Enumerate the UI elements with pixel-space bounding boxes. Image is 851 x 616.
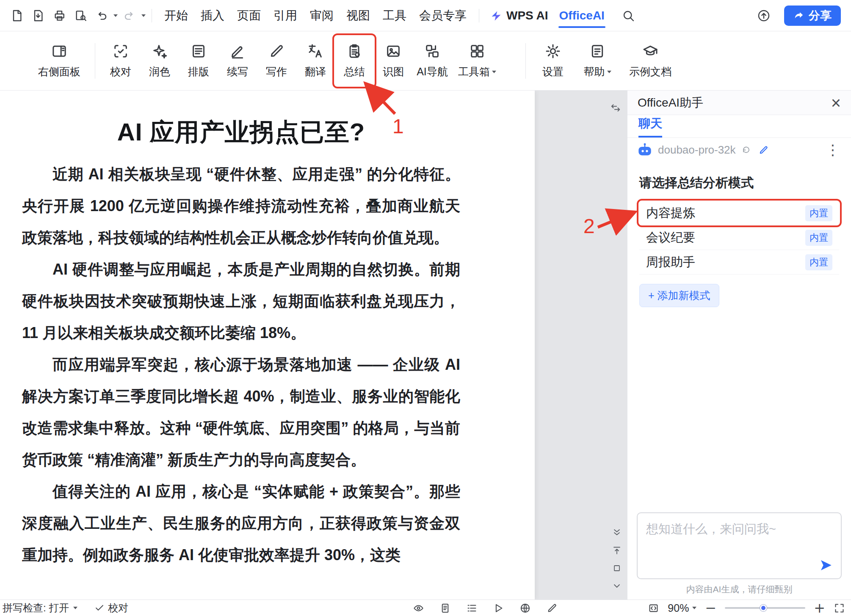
zoom-level[interactable]: 90% bbox=[668, 602, 696, 614]
panel-right-icon bbox=[51, 43, 68, 60]
model-name[interactable]: doubao-pro-32k bbox=[658, 143, 736, 157]
ribbon-sample-docs-button[interactable]: 示例文档 bbox=[621, 36, 680, 86]
tab-wps-ai[interactable]: WPS AI bbox=[485, 9, 553, 22]
menu-review[interactable]: 审阅 bbox=[304, 0, 340, 31]
ribbon-separator bbox=[95, 43, 95, 79]
tab-chat-active[interactable]: 聊天 bbox=[638, 116, 662, 138]
save-icon[interactable] bbox=[8, 6, 26, 25]
image-recognition-icon bbox=[385, 43, 402, 60]
ribbon-summarize-button[interactable]: 总结 1 bbox=[335, 36, 374, 86]
page-view-icon[interactable] bbox=[439, 602, 451, 614]
mode-item-weekly-report[interactable]: 周报助手 内置 bbox=[639, 250, 839, 275]
fullscreen-icon[interactable] bbox=[834, 602, 845, 614]
ribbon-continue-writing-button[interactable]: 续写 bbox=[218, 36, 257, 86]
chevron-down-icon[interactable] bbox=[612, 581, 623, 592]
square-stop-icon[interactable] bbox=[612, 563, 623, 574]
double-chevron-down-icon[interactable] bbox=[612, 528, 623, 539]
more-options-icon[interactable]: ⋮ bbox=[824, 143, 842, 157]
robot-icon bbox=[637, 143, 653, 157]
annotation-box-1 bbox=[332, 33, 376, 88]
upload-cloud-icon[interactable] bbox=[754, 6, 773, 25]
outline-view-icon[interactable] bbox=[466, 602, 478, 614]
reading-eye-icon[interactable] bbox=[413, 602, 424, 614]
menu-view[interactable]: 视图 bbox=[340, 0, 376, 31]
document-paragraph[interactable]: 而应用端异军突起，核心源于场景落地加速 —— 企业级 AI 解决方案订单三季度同… bbox=[22, 349, 460, 476]
undo-icon[interactable] bbox=[92, 6, 111, 25]
mode-item-content-refine[interactable]: 内容提炼 内置 2 bbox=[639, 201, 839, 226]
zoom-out-button[interactable]: − bbox=[705, 601, 716, 615]
ribbon-writing-button[interactable]: 写作 bbox=[257, 36, 296, 86]
collapse-panel-icon[interactable] bbox=[609, 102, 622, 114]
document-paragraph[interactable]: 近期 AI 相关板块呈现 “硬件休整、应用走强” 的分化特征。央行开展 1200… bbox=[22, 158, 460, 253]
menu-reference[interactable]: 引用 bbox=[267, 0, 304, 31]
edit-icon[interactable] bbox=[758, 144, 770, 156]
menu-page[interactable]: 页面 bbox=[231, 0, 267, 31]
ribbon-toolbox-button[interactable]: 工具箱 bbox=[452, 36, 503, 86]
tab-officeai-active[interactable]: OfficeAI bbox=[553, 0, 611, 31]
quick-access-toolbar bbox=[8, 6, 146, 25]
mode-label: 周报助手 bbox=[646, 254, 695, 271]
menu-insert[interactable]: 插入 bbox=[194, 0, 231, 31]
fit-page-icon[interactable] bbox=[648, 602, 659, 614]
summary-mode-list: 内容提炼 内置 2 会议纪要 内置 周报助手 内置 bbox=[639, 201, 839, 275]
play-slideshow-icon[interactable] bbox=[493, 602, 504, 614]
ribbon-proofread-button[interactable]: 校对 bbox=[101, 36, 140, 86]
export-pdf-icon[interactable] bbox=[29, 6, 47, 25]
zoom-slider-thumb[interactable] bbox=[760, 605, 767, 611]
ribbon-separator bbox=[525, 43, 526, 79]
ribbon-ai-navigation-button[interactable]: AI导航 bbox=[413, 36, 452, 86]
proofread-check-icon bbox=[94, 603, 105, 613]
web-view-icon[interactable] bbox=[519, 602, 531, 614]
chevron-down-icon bbox=[692, 607, 696, 609]
wps-ai-logo-icon bbox=[490, 10, 502, 22]
print-preview-icon[interactable] bbox=[71, 6, 90, 25]
send-icon[interactable] bbox=[819, 558, 834, 573]
document-paragraph[interactable]: 值得关注的 AI 应用，核心是 “实体赋能 + 政策契合”。那些深度融入工业生产… bbox=[22, 476, 460, 571]
close-icon[interactable]: × bbox=[831, 94, 841, 111]
zoom-slider[interactable] bbox=[725, 607, 805, 609]
proofread-icon bbox=[112, 43, 129, 60]
arrow-up-from-line-icon[interactable] bbox=[612, 545, 623, 556]
more-tools-dropdown-icon[interactable] bbox=[141, 14, 146, 17]
search-icon[interactable] bbox=[619, 6, 638, 25]
redo-icon[interactable] bbox=[120, 6, 139, 25]
menu-start[interactable]: 开始 bbox=[158, 0, 194, 31]
document-paragraph[interactable]: AI 硬件调整与应用崛起，本质是产业周期的自然切换。前期硬件板块因技术突破预期快… bbox=[22, 253, 460, 349]
officeai-ribbon: 右侧面板 校对 润色 排版 续写 写作 bbox=[0, 31, 851, 91]
summarize-icon bbox=[346, 43, 363, 60]
share-button[interactable]: 分享 bbox=[784, 6, 841, 26]
ribbon-settings-button[interactable]: 设置 bbox=[532, 36, 574, 86]
zoom-in-button[interactable]: + bbox=[814, 601, 825, 615]
mode-prompt-text: 请选择总结分析模式 bbox=[639, 174, 839, 192]
document-title[interactable]: AI 应用产业拐点已至? bbox=[22, 116, 460, 149]
menubar: 开始 插入 页面 引用 审阅 视图 工具 会员专享 WPS AI OfficeA… bbox=[0, 0, 851, 31]
proofread-status[interactable]: 校对 bbox=[94, 601, 128, 615]
officeai-assistant-panel: OfficeAI助手 × 聊天 doubao-pro-32k ⋮ bbox=[627, 91, 851, 600]
pen-tool-icon[interactable] bbox=[546, 602, 558, 614]
document-page[interactable]: AI 应用产业拐点已至? 近期 AI 相关板块呈现 “硬件休整、应用走强” 的分… bbox=[0, 91, 535, 600]
ribbon-help-button[interactable]: 帮助 bbox=[574, 36, 621, 86]
ribbon-polish-button[interactable]: 润色 bbox=[140, 36, 179, 86]
statusbar: 拼写检查: 打开 校对 bbox=[0, 600, 851, 616]
ribbon-typeset-button[interactable]: 排版 bbox=[179, 36, 218, 86]
panel-tabs: 聊天 bbox=[627, 115, 851, 138]
menu-tools[interactable]: 工具 bbox=[376, 0, 413, 31]
typeset-icon bbox=[190, 43, 207, 60]
ribbon-image-recognition-button[interactable]: 识图 bbox=[374, 36, 413, 86]
undo-dropdown-icon[interactable] bbox=[113, 14, 118, 17]
print-icon[interactable] bbox=[50, 6, 69, 25]
switch-model-icon[interactable] bbox=[741, 145, 751, 155]
spellcheck-toggle[interactable]: 拼写检查: 打开 bbox=[3, 601, 77, 615]
page-nav-stack bbox=[612, 528, 623, 592]
chat-input[interactable] bbox=[638, 513, 841, 578]
builtin-badge: 内置 bbox=[805, 230, 832, 246]
builtin-badge: 内置 bbox=[805, 254, 832, 270]
model-selector-row: doubao-pro-32k ⋮ bbox=[627, 138, 851, 162]
add-new-mode-button[interactable]: + 添加新模式 bbox=[639, 284, 719, 307]
ribbon-right-panel-button[interactable]: 右侧面板 bbox=[30, 36, 89, 86]
mode-item-meeting-minutes[interactable]: 会议纪要 内置 bbox=[639, 226, 839, 250]
view-mode-icons bbox=[413, 600, 558, 616]
menu-member[interactable]: 会员专享 bbox=[413, 0, 473, 31]
ribbon-translate-button[interactable]: 翻译 bbox=[296, 36, 335, 86]
wps-office-window: 开始 插入 页面 引用 审阅 视图 工具 会员专享 WPS AI OfficeA… bbox=[0, 0, 851, 616]
